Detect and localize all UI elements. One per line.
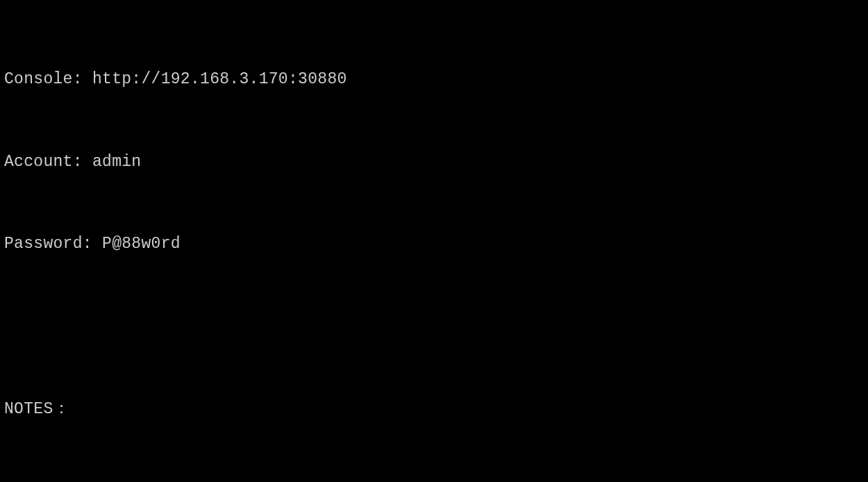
account-value: admin [92, 153, 142, 171]
console-info-line: Console: http://192.168.3.170:30880 [4, 66, 864, 94]
account-info-line: Account: admin [4, 149, 864, 176]
password-value: P@88w0rd [102, 235, 181, 253]
console-label: Console: [4, 70, 92, 88]
note-1-line-1: 1. After you log into the console, pleas… [4, 478, 864, 482]
blank-line [4, 313, 864, 341]
console-url: http://192.168.3.170:30880 [92, 70, 347, 88]
terminal-output[interactable]: Console: http://192.168.3.170:30880 Acco… [4, 11, 864, 482]
account-label: Account: [4, 153, 92, 171]
notes-header: NOTES： [4, 396, 864, 424]
password-label: Password: [4, 235, 102, 253]
password-info-line: Password: P@88w0rd [4, 231, 864, 258]
